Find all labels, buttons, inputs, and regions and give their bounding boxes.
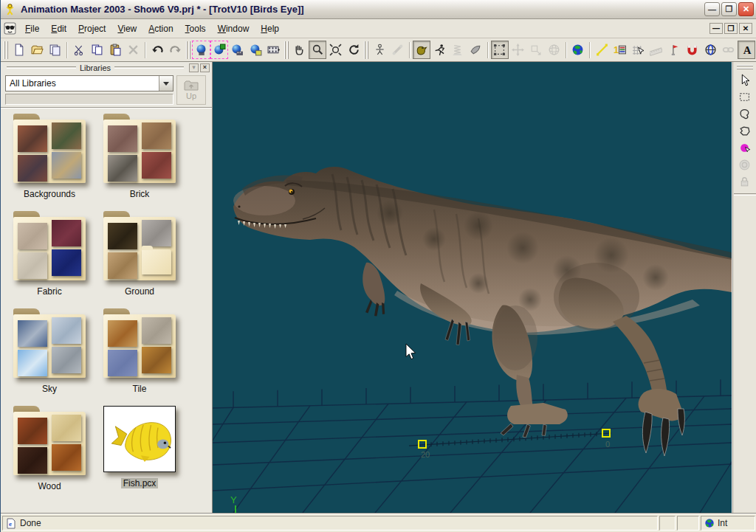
trex-model[interactable] xyxy=(233,167,732,456)
snap-magnet-button[interactable] xyxy=(683,41,701,59)
mdi-minimize-button[interactable]: — xyxy=(709,23,723,34)
translate-manipulator-button[interactable] xyxy=(509,41,526,59)
minimize-button[interactable]: — xyxy=(704,2,720,16)
animation-frames-button[interactable] xyxy=(264,41,282,59)
cut-button[interactable] xyxy=(70,41,88,59)
library-filter-dropdown[interactable]: All Libraries xyxy=(5,75,173,91)
zoom-button[interactable] xyxy=(309,41,326,59)
text-tool-button[interactable] xyxy=(738,41,755,59)
measure-button[interactable] xyxy=(647,41,664,59)
library-item-fish-pcx[interactable]: Fish.pcx xyxy=(98,406,181,503)
up-folder-button[interactable]: Up xyxy=(176,75,206,105)
link-button[interactable] xyxy=(719,41,737,59)
library-path-bar xyxy=(5,94,173,105)
fish-image xyxy=(108,411,171,467)
menu-window[interactable]: Window xyxy=(212,21,255,36)
add-path-button[interactable] xyxy=(593,41,611,59)
motion-path-ruler: 200 xyxy=(409,429,611,459)
texture-thumbnail xyxy=(52,317,81,344)
zoom-fit-button[interactable] xyxy=(326,41,344,59)
copyic-icon xyxy=(91,44,103,56)
path-marker-label: 20 xyxy=(421,450,430,459)
library-item-tile[interactable]: Tile xyxy=(98,308,181,406)
hidecirc-icon xyxy=(738,159,751,171)
app-window: Animation Master 2003 - Show6 V9.prj * -… xyxy=(0,0,756,532)
open-project-button[interactable] xyxy=(28,41,46,59)
bone-icon xyxy=(391,44,404,56)
folder-icon xyxy=(13,308,86,378)
paste-button[interactable] xyxy=(106,41,124,59)
trex-snout-shading xyxy=(233,186,295,215)
pin-button[interactable] xyxy=(665,41,683,59)
keyframe-panel-button[interactable] xyxy=(611,41,628,59)
xmark-icon xyxy=(127,44,140,56)
chevron-down-icon[interactable] xyxy=(159,76,173,91)
library-item-wood[interactable]: Wood xyxy=(8,406,91,503)
panel-rollup-button[interactable]: ▾ xyxy=(189,63,199,72)
scale-manipulator-button[interactable] xyxy=(527,41,545,59)
folder-icon xyxy=(13,406,86,475)
copy-button[interactable] xyxy=(88,41,106,59)
pan-button[interactable] xyxy=(290,41,308,59)
library-item-sky[interactable]: Sky xyxy=(8,308,91,406)
libraries-header: Libraries ▾ × xyxy=(1,62,212,73)
skeletal-mode-button[interactable] xyxy=(413,41,430,59)
lasso-select-tool-button[interactable] xyxy=(735,106,755,122)
bones-mode-button[interactable] xyxy=(388,41,406,59)
viewport-birds-eye[interactable]: 200 xyxy=(213,62,732,513)
mdi-window-buttons: — ❐ ✕ xyxy=(709,23,754,34)
turn-view-button[interactable] xyxy=(345,41,362,59)
menu-view[interactable]: View xyxy=(111,21,142,36)
menu-action[interactable]: Action xyxy=(142,21,179,36)
texture-thumbnail xyxy=(108,320,137,347)
mdi-restore-button[interactable]: ❐ xyxy=(724,23,738,34)
world-axis-button[interactable] xyxy=(701,41,719,59)
new-document-button[interactable] xyxy=(10,41,28,59)
rotate-manipulator-button[interactable] xyxy=(545,41,563,59)
library-item-backgrounds[interactable]: Backgrounds xyxy=(8,114,91,211)
muscle-mode-button[interactable] xyxy=(467,41,484,59)
library-item-label: Fabric xyxy=(35,286,63,297)
restore-button[interactable]: ❐ xyxy=(721,2,737,16)
folder-icon xyxy=(13,211,86,280)
menu-file[interactable]: File xyxy=(19,21,45,36)
menu-tools[interactable]: Tools xyxy=(179,21,212,36)
hide-tool-button[interactable] xyxy=(735,157,755,173)
library-item-brick[interactable]: Brick xyxy=(98,114,181,211)
rect-select-tool-button[interactable] xyxy=(735,89,755,105)
save-all-button[interactable] xyxy=(47,41,64,59)
undo-button[interactable] xyxy=(148,41,166,59)
dynamics-mode-button[interactable] xyxy=(449,41,467,59)
redo-button[interactable] xyxy=(166,41,184,59)
world-view-button[interactable] xyxy=(569,41,587,59)
save-animation-button[interactable] xyxy=(247,41,264,59)
library-item-fabric[interactable]: Fabric xyxy=(8,211,91,308)
render-to-file-button[interactable] xyxy=(210,41,228,59)
folder-icon xyxy=(13,114,86,183)
mouse-cursor xyxy=(406,344,416,359)
bounding-box-mode-button[interactable] xyxy=(491,41,509,59)
menu-edit[interactable]: Edit xyxy=(45,21,72,36)
image-thumbnail-frame xyxy=(103,406,176,472)
modeling-mode-button[interactable] xyxy=(371,41,388,59)
texture-thumbnail xyxy=(142,152,171,179)
mdi-close-button[interactable]: ✕ xyxy=(739,23,752,34)
menu-project[interactable]: Project xyxy=(72,21,111,36)
delete-button[interactable] xyxy=(124,41,142,59)
menu-help[interactable]: Help xyxy=(255,21,285,36)
texture-thumbnail xyxy=(18,155,47,182)
library-item-ground[interactable]: Ground xyxy=(98,211,181,308)
poly-lasso-tool-button[interactable] xyxy=(735,123,755,139)
library-item-label: Ground xyxy=(123,286,157,297)
group-pick-tool-button[interactable] xyxy=(735,140,755,156)
render-mode-button[interactable] xyxy=(192,41,210,59)
preview-render-button[interactable] xyxy=(228,41,246,59)
select-tool-button[interactable] xyxy=(735,72,755,88)
texture-thumbnail xyxy=(52,444,81,471)
action-mode-button[interactable] xyxy=(430,41,448,59)
lock-tool-button[interactable] xyxy=(735,174,755,190)
close-button[interactable]: ✕ xyxy=(738,2,754,16)
library-item-label: Tile xyxy=(131,384,149,394)
snap-to-grid-button[interactable] xyxy=(629,41,647,59)
panel-close-button[interactable]: × xyxy=(200,63,210,72)
